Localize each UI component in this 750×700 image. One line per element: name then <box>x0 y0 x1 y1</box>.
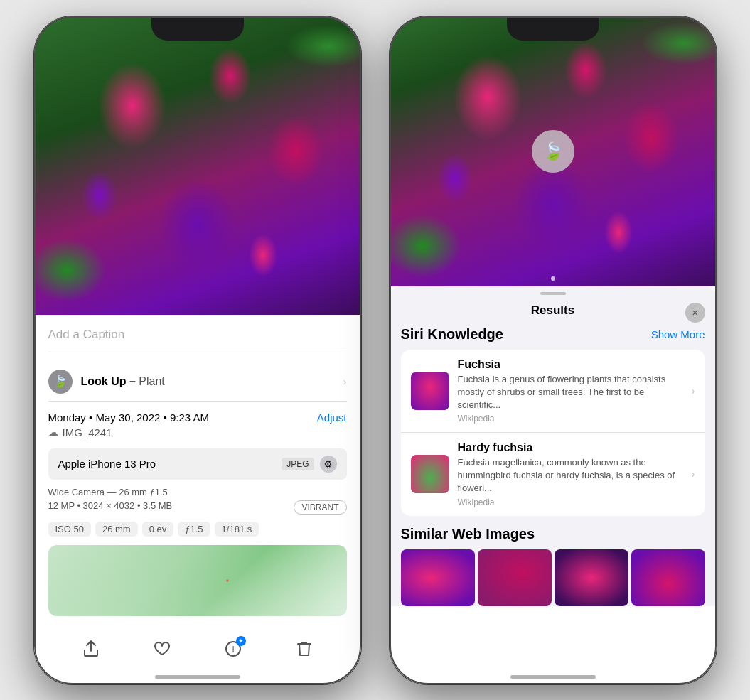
fuchsia-desc: Fuchsia is a genus of flowering plants t… <box>458 373 686 412</box>
device-bar: Apple iPhone 13 Pro JPEG ⚙ <box>48 448 347 480</box>
knowledge-item-fuchsia[interactable]: Fuchsia Fuchsia is a genus of flowering … <box>401 350 705 434</box>
notch-left <box>151 16 244 41</box>
screen-left: Add a Caption 🍃 Look Up – Plant › Monday… <box>34 16 361 684</box>
fuchsia-name: Fuchsia <box>458 358 686 371</box>
lookup-chevron-icon: › <box>343 376 347 387</box>
home-indicator-right <box>510 675 596 679</box>
results-header: Results × <box>390 299 717 326</box>
photo-display[interactable] <box>34 16 361 315</box>
date-row: Monday • May 30, 2022 • 9:23 AM Adjust <box>48 411 347 424</box>
aperture-value: ƒ1.5 <box>178 522 210 537</box>
similar-web-title: Similar Web Images <box>401 526 705 542</box>
device-badges: JPEG ⚙ <box>282 456 336 473</box>
hardy-source: Wikipedia <box>458 497 686 507</box>
similar-image-2[interactable] <box>478 549 552 606</box>
siri-knowledge-title: Siri Knowledge <box>401 326 503 343</box>
vibrant-badge: VIBRANT <box>294 500 346 515</box>
map-thumbnail[interactable] <box>48 545 347 616</box>
svg-text:i: i <box>232 645 234 655</box>
location-gear-icon[interactable]: ⚙ <box>320 456 337 473</box>
drag-handle[interactable] <box>540 292 566 295</box>
hardy-name: Hardy fuchsia <box>458 441 686 454</box>
close-button[interactable]: × <box>685 303 705 323</box>
phone-left: Add a Caption 🍃 Look Up – Plant › Monday… <box>34 16 361 684</box>
location-text: IMG_4241 <box>63 426 112 438</box>
fuchsia-source: Wikipedia <box>458 414 686 424</box>
show-more-button[interactable]: Show More <box>651 328 705 340</box>
lookup-icon: 🍃 <box>48 370 73 394</box>
focal-length: 26 mm <box>95 522 138 537</box>
phone-right: 🍃 Results × Siri Knowledge Show More <box>390 16 717 684</box>
flower-image <box>34 16 361 315</box>
device-name: Apple iPhone 13 Pro <box>58 458 156 470</box>
cloud-icon: ☁ <box>48 426 58 438</box>
adjust-button[interactable]: Adjust <box>317 411 347 424</box>
mp-details: 12 MP • 3024 × 4032 • 3.5 MB <box>48 500 173 511</box>
notch-right <box>507 16 599 41</box>
results-scroll[interactable]: Siri Knowledge Show More Fuchsia Fuchsia… <box>390 326 717 606</box>
caption-input[interactable]: Add a Caption <box>48 325 347 352</box>
fuchsia-info: Fuchsia Fuchsia is a genus of flowering … <box>458 358 686 424</box>
location-row: ☁ IMG_4241 <box>48 426 347 438</box>
info-button[interactable]: i ✦ <box>219 635 247 663</box>
iso-value: ISO 50 <box>48 522 91 537</box>
shutter-speed: 1/181 s <box>215 522 259 537</box>
hardy-desc: Fuchsia magellanica, commonly known as t… <box>458 456 686 495</box>
format-badge: JPEG <box>282 458 314 470</box>
sparkle-icon: ✦ <box>238 637 244 645</box>
fuchsia-thumbnail <box>411 372 449 410</box>
hardy-chevron-icon: › <box>692 468 695 480</box>
share-button[interactable] <box>77 635 105 663</box>
leaf-icon: 🍃 <box>53 375 68 388</box>
fuchsia-chevron-icon: › <box>692 385 695 397</box>
delete-button[interactable] <box>290 635 318 663</box>
similar-image-1[interactable] <box>401 549 475 606</box>
similar-image-3[interactable] <box>555 549 628 606</box>
leaf-visual-icon: 🍃 <box>542 141 564 161</box>
knowledge-item-hardy[interactable]: Hardy fuchsia Fuchsia magellanica, commo… <box>401 433 705 516</box>
knowledge-card: Fuchsia Fuchsia is a genus of flowering … <box>401 350 705 516</box>
screen-right: 🍃 Results × Siri Knowledge Show More <box>390 16 717 684</box>
hardy-info: Hardy fuchsia Fuchsia magellanica, commo… <box>458 441 686 507</box>
exif-row: ISO 50 26 mm 0 ev ƒ1.5 1/181 s <box>48 522 347 537</box>
info-panel: Add a Caption 🍃 Look Up – Plant › Monday… <box>34 315 361 626</box>
bottom-toolbar: i ✦ <box>34 635 361 663</box>
home-indicator <box>155 675 240 679</box>
similar-image-4[interactable] <box>631 549 705 606</box>
info-badge: ✦ <box>236 636 246 646</box>
lookup-row[interactable]: 🍃 Look Up – Plant › <box>48 362 347 402</box>
hardy-thumbnail <box>411 455 449 493</box>
results-title: Results <box>531 303 574 318</box>
favorite-button[interactable] <box>148 635 176 663</box>
vibrant-row: 12 MP • 3024 × 4032 • 3.5 MB VIBRANT <box>48 500 347 515</box>
phones-container: Add a Caption 🍃 Look Up – Plant › Monday… <box>20 2 731 699</box>
lookup-text: Look Up – Plant <box>81 375 165 388</box>
close-icon: × <box>692 307 697 318</box>
lookup-subject: Plant <box>136 375 165 387</box>
visual-search-button[interactable]: 🍃 <box>532 130 574 173</box>
similar-images-row <box>401 549 705 606</box>
siri-knowledge-header: Siri Knowledge Show More <box>401 326 705 343</box>
date-text: Monday • May 30, 2022 • 9:23 AM <box>48 411 209 424</box>
camera-details: Wide Camera — 26 mm ƒ1.5 <box>48 487 347 497</box>
results-panel: Results × Siri Knowledge Show More <box>390 286 717 606</box>
ev-value: 0 ev <box>142 522 174 537</box>
photo-display-2[interactable]: 🍃 <box>390 16 717 286</box>
page-dot-indicator <box>551 276 555 281</box>
